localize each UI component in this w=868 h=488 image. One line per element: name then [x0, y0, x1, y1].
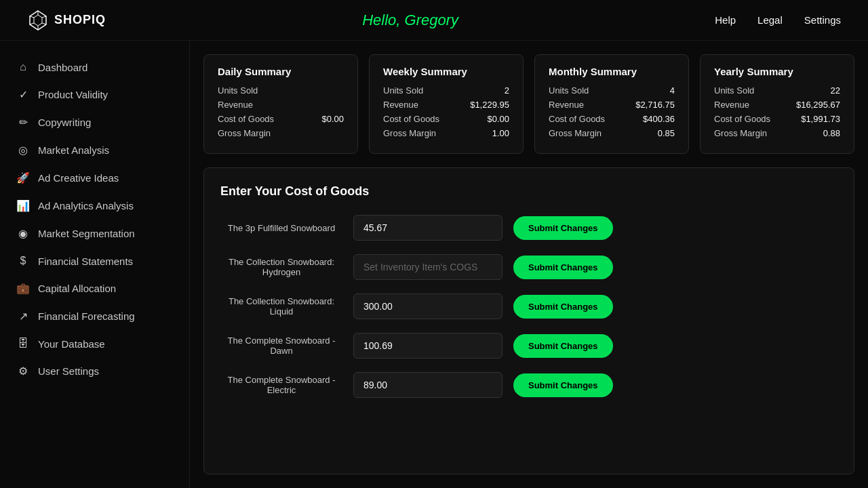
sidebar-item-copywriting[interactable]: ✏ Copywriting [0, 109, 189, 136]
weekly-summary-card: Weekly Summary Units Sold 2 Revenue $1,2… [369, 54, 524, 154]
yearly-units-value: 22 [831, 85, 840, 96]
cog-input-1[interactable] [353, 254, 502, 280]
daily-units-label: Units Sold [218, 85, 258, 96]
pencil-icon: ✏ [16, 116, 30, 129]
submit-btn-2[interactable]: Submit Changes [513, 295, 613, 319]
sidebar-item-market-segmentation[interactable]: ◉ Market Segmentation [0, 220, 189, 247]
cog-row-1: The Collection Snowboard: Hydrogen Submi… [220, 254, 837, 280]
sidebar-label-financial-statements: Financial Statements [38, 256, 133, 267]
submit-btn-4[interactable]: Submit Changes [513, 373, 613, 397]
briefcase-icon: 💼 [16, 282, 30, 295]
sidebar-item-dashboard[interactable]: ⌂ Dashboard [0, 54, 189, 80]
sidebar-label-copywriting: Copywriting [38, 117, 91, 128]
submit-btn-0[interactable]: Submit Changes [513, 216, 613, 240]
sidebar-label-your-database: Your Database [38, 338, 105, 350]
chart-icon: 📊 [16, 199, 30, 212]
daily-cog-row: Cost of Goods $0.00 [218, 114, 344, 124]
svg-line-7 [30, 16, 34, 18]
sidebar-label-market-analysis: Market Analysis [38, 144, 109, 156]
monthly-cog-row: Cost of Goods $400.36 [549, 114, 675, 124]
daily-summary-title: Daily Summary [218, 66, 344, 77]
monthly-units-row: Units Sold 4 [549, 85, 675, 96]
weekly-summary-title: Weekly Summary [383, 66, 509, 77]
weekly-revenue-row: Revenue $1,229.95 [383, 100, 509, 110]
greeting: Hello, Gregory [362, 12, 458, 29]
sidebar: ⌂ Dashboard ✓ Product Validity ✏ Copywri… [0, 41, 190, 488]
yearly-margin-value: 0.88 [823, 128, 840, 138]
header-nav: Help Legal Settings [715, 14, 841, 26]
monthly-margin-row: Gross Margin 0.85 [549, 128, 675, 138]
sidebar-item-ad-analytics[interactable]: 📊 Ad Analytics Analysis [0, 192, 189, 219]
nav-legal[interactable]: Legal [757, 14, 783, 26]
monthly-cog-label: Cost of Goods [549, 114, 605, 124]
cog-row-3: The Complete Snowboard - Dawn Submit Cha… [220, 333, 837, 359]
weekly-revenue-value: $1,229.95 [470, 100, 509, 110]
daily-revenue-row: Revenue [218, 100, 344, 110]
sidebar-item-market-analysis[interactable]: ◎ Market Analysis [0, 137, 189, 163]
nav-help[interactable]: Help [715, 14, 736, 26]
cog-product-0: The 3p Fulfilled Snowboard [220, 223, 342, 233]
svg-line-6 [30, 23, 34, 24]
sidebar-label-capital-allocation: Capital Allocation [38, 283, 116, 294]
yearly-revenue-label: Revenue [714, 100, 749, 110]
bullseye-icon: ◉ [16, 227, 30, 240]
dollar-icon: $ [16, 255, 30, 267]
logo-icon [27, 9, 49, 31]
yearly-margin-label: Gross Margin [714, 128, 767, 138]
cog-input-0[interactable] [353, 215, 502, 241]
cog-input-2[interactable] [353, 293, 502, 319]
sidebar-label-dashboard: Dashboard [38, 62, 87, 73]
weekly-margin-label: Gross Margin [383, 128, 436, 138]
sidebar-item-product-validity[interactable]: ✓ Product Validity [0, 81, 189, 108]
svg-line-4 [42, 23, 46, 24]
sidebar-item-your-database[interactable]: 🗄 Your Database [0, 331, 189, 357]
monthly-margin-value: 0.85 [658, 128, 675, 138]
svg-marker-1 [34, 15, 42, 26]
logo: SHOPIQ [27, 9, 106, 31]
logo-text: SHOPIQ [54, 13, 106, 27]
yearly-margin-row: Gross Margin 0.88 [714, 128, 840, 138]
cog-product-3: The Complete Snowboard - Dawn [220, 336, 342, 356]
daily-margin-label: Gross Margin [218, 128, 271, 138]
sidebar-item-financial-forecasting[interactable]: ↗ Financial Forecasting [0, 303, 189, 329]
nav-settings[interactable]: Settings [804, 14, 841, 26]
yearly-summary-title: Yearly Summary [714, 66, 840, 77]
monthly-summary-title: Monthly Summary [549, 66, 675, 77]
cog-section: Enter Your Cost of Goods The 3p Fulfille… [203, 167, 854, 474]
sidebar-label-product-validity: Product Validity [38, 89, 108, 100]
weekly-cog-row: Cost of Goods $0.00 [383, 114, 509, 124]
gear-icon: ⚙ [16, 365, 30, 378]
submit-btn-1[interactable]: Submit Changes [513, 256, 613, 279]
sidebar-item-financial-statements[interactable]: $ Financial Statements [0, 248, 189, 274]
daily-cog-label: Cost of Goods [218, 114, 274, 124]
yearly-revenue-value: $16,295.67 [796, 100, 840, 110]
weekly-revenue-label: Revenue [383, 100, 418, 110]
sidebar-item-ad-creative-ideas[interactable]: 🚀 Ad Creative Ideas [0, 165, 189, 191]
monthly-summary-card: Monthly Summary Units Sold 4 Revenue $2,… [534, 54, 689, 154]
cog-row-4: The Complete Snowboard - Electric Submit… [220, 372, 837, 398]
monthly-units-value: 4 [670, 85, 675, 96]
trend-icon: ↗ [16, 310, 30, 323]
daily-units-row: Units Sold [218, 85, 344, 96]
header: SHOPIQ Hello, Gregory Help Legal Setting… [0, 0, 868, 41]
weekly-units-row: Units Sold 2 [383, 85, 509, 96]
weekly-cog-value: $0.00 [487, 114, 509, 124]
sidebar-label-ad-creative: Ad Creative Ideas [38, 172, 119, 184]
sidebar-item-user-settings[interactable]: ⚙ User Settings [0, 358, 189, 384]
monthly-units-label: Units Sold [549, 85, 589, 96]
cog-input-4[interactable] [353, 372, 502, 398]
cog-product-4: The Complete Snowboard - Electric [220, 375, 342, 395]
main-layout: ⌂ Dashboard ✓ Product Validity ✏ Copywri… [0, 41, 868, 488]
yearly-units-label: Units Sold [714, 85, 754, 96]
sidebar-item-capital-allocation[interactable]: 💼 Capital Allocation [0, 275, 189, 302]
sidebar-label-user-settings: User Settings [38, 365, 99, 377]
weekly-units-value: 2 [505, 85, 509, 96]
yearly-cog-value: $1,991.73 [801, 114, 840, 124]
yearly-revenue-row: Revenue $16,295.67 [714, 100, 840, 110]
rocket-icon: 🚀 [16, 171, 30, 184]
yearly-summary-card: Yearly Summary Units Sold 22 Revenue $16… [700, 54, 854, 154]
daily-cog-value: $0.00 [321, 114, 344, 124]
submit-btn-3[interactable]: Submit Changes [513, 334, 613, 358]
sidebar-label-market-segmentation: Market Segmentation [38, 228, 135, 239]
cog-input-3[interactable] [353, 333, 502, 359]
